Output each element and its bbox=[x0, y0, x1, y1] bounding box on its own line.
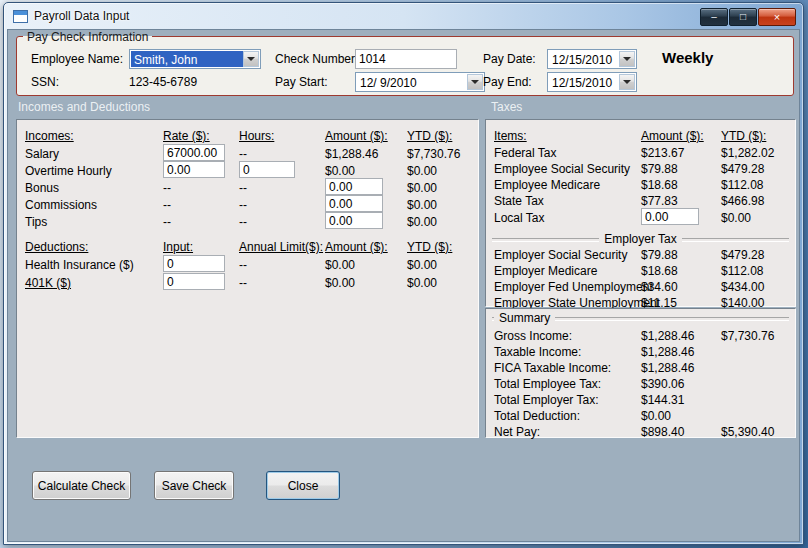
close-dialog-button[interactable]: Close bbox=[266, 471, 340, 500]
401k-amount: $0.00 bbox=[325, 276, 355, 290]
health-insurance-input[interactable] bbox=[163, 255, 225, 272]
tips-amount-input[interactable] bbox=[325, 212, 383, 229]
salary-ytd: $7,730.76 bbox=[407, 147, 460, 161]
summary-label-total-employee-tax: Total Employee Tax: bbox=[494, 377, 601, 391]
total-deduction-amount: $0.00 bbox=[641, 409, 671, 423]
employer-medicare-amount: $18.68 bbox=[641, 264, 678, 278]
amount-col-header: Amount ($): bbox=[325, 129, 388, 143]
tax-items-col-header: Items: bbox=[494, 129, 527, 143]
taxes-panel: Items: Amount ($): YTD ($): Federal Tax … bbox=[485, 119, 796, 307]
employer-fed-unemployment-amount: $34.60 bbox=[641, 280, 678, 294]
ssn-label: SSN: bbox=[31, 75, 59, 89]
local-tax-input[interactable] bbox=[641, 208, 699, 225]
pay-end-picker[interactable]: 12/15/2010 bbox=[547, 72, 637, 92]
deduction-label-health-insurance: Health Insurance ($) bbox=[25, 258, 134, 272]
federal-amount: $213.67 bbox=[641, 146, 684, 160]
window-title: Payroll Data Input bbox=[34, 9, 129, 23]
health-amount: $0.00 bbox=[325, 258, 355, 272]
window-controls: – □ × bbox=[700, 8, 796, 26]
pay-frequency-label: Weekly bbox=[662, 49, 713, 66]
summary-label-total-deduction: Total Deduction: bbox=[494, 409, 580, 423]
employee-medicare-amount: $18.68 bbox=[641, 178, 678, 192]
summary-label-fica: FICA Taxable Income: bbox=[494, 361, 611, 375]
employer-medicare-ytd: $112.08 bbox=[721, 264, 764, 278]
check-number-input[interactable] bbox=[355, 49, 457, 69]
minimize-icon: – bbox=[711, 12, 717, 22]
health-ytd: $0.00 bbox=[407, 258, 437, 272]
income-label-bonus: Bonus bbox=[25, 181, 59, 195]
bonus-amount-input[interactable] bbox=[325, 178, 383, 195]
net-pay-ytd: $5,390.40 bbox=[721, 425, 774, 439]
input-col-header: Input: bbox=[163, 240, 193, 254]
calculate-check-button[interactable]: Calculate Check bbox=[32, 471, 131, 500]
paycheck-group-title: Pay Check Information bbox=[23, 30, 152, 44]
tax-label-federal: Federal Tax bbox=[494, 146, 556, 160]
client-area: Pay Check Information Employee Name: Smi… bbox=[7, 29, 800, 542]
check-number-label: Check Number: bbox=[275, 52, 358, 66]
tax-label-local: Local Tax bbox=[494, 211, 544, 225]
desktop-background: Payroll Data Input – □ × Pay Check Infor… bbox=[0, 0, 808, 548]
employee-name-select[interactable]: Smith, John bbox=[129, 49, 261, 69]
summary-panel: Summary Gross Income: $1,288.46 $7,730.7… bbox=[485, 308, 796, 438]
employer-tax-title: Employer Tax bbox=[599, 232, 681, 246]
employee-name-label: Employee Name: bbox=[31, 52, 123, 66]
gross-ytd: $7,730.76 bbox=[721, 329, 774, 343]
bonus-ytd: $0.00 bbox=[407, 181, 437, 195]
401k-limit: -- bbox=[239, 276, 247, 290]
bonus-hours: -- bbox=[239, 181, 247, 195]
chevron-down-icon[interactable] bbox=[619, 74, 635, 90]
income-label-overtime: Overtime Hourly bbox=[25, 164, 112, 178]
close-window-button[interactable]: × bbox=[758, 8, 796, 26]
employer-tax-group-header: Employer Tax bbox=[492, 232, 789, 245]
net-pay-amount: $898.40 bbox=[641, 425, 684, 439]
maximize-icon: □ bbox=[740, 12, 746, 22]
tips-rate: -- bbox=[163, 215, 171, 229]
state-tax-ytd: $466.98 bbox=[721, 194, 764, 208]
ded-ytd-col-header: YTD ($): bbox=[407, 240, 452, 254]
employer-fed-unemployment-ytd: $434.00 bbox=[721, 280, 764, 294]
state-tax-amount: $77.83 bbox=[641, 194, 678, 208]
salary-hours: -- bbox=[239, 147, 247, 161]
tax-label-employer-fed-unemployment: Employer Fed Unemployment bbox=[494, 280, 653, 294]
tips-hours: -- bbox=[239, 215, 247, 229]
paycheck-info-group: Pay Check Information Employee Name: Smi… bbox=[16, 36, 794, 96]
summary-label-total-employer-tax: Total Employer Tax: bbox=[494, 393, 599, 407]
ytd-col-header: YTD ($): bbox=[407, 129, 452, 143]
deduction-label-401k-link[interactable]: 401K ($) bbox=[25, 276, 71, 290]
income-label-salary: Salary bbox=[25, 147, 59, 161]
overtime-hours-input[interactable] bbox=[239, 161, 295, 178]
employee-medicare-ytd: $112.08 bbox=[721, 178, 764, 192]
chevron-down-icon[interactable] bbox=[467, 74, 483, 90]
titlebar[interactable]: Payroll Data Input bbox=[4, 3, 803, 29]
overtime-rate-input[interactable] bbox=[163, 161, 225, 178]
summary-title: Summary bbox=[494, 311, 555, 325]
pay-start-picker[interactable]: 12/ 9/2010 bbox=[355, 72, 485, 92]
employer-ss-ytd: $479.28 bbox=[721, 248, 764, 262]
section-label-taxes: Taxes bbox=[491, 100, 522, 114]
salary-rate-input[interactable] bbox=[163, 144, 225, 161]
commissions-hours: -- bbox=[239, 198, 247, 212]
ded-amount-col-header: Amount ($): bbox=[325, 240, 388, 254]
save-check-button[interactable]: Save Check bbox=[154, 471, 234, 500]
minimize-button[interactable]: – bbox=[700, 8, 728, 26]
income-label-tips: Tips bbox=[25, 215, 47, 229]
chevron-down-icon[interactable] bbox=[619, 51, 635, 67]
salary-amount: $1,288.46 bbox=[325, 147, 378, 161]
tax-ytd-col-header: YTD ($): bbox=[721, 129, 766, 143]
tax-amount-col-header: Amount ($): bbox=[641, 129, 704, 143]
total-employee-tax-amount: $390.06 bbox=[641, 377, 684, 391]
taxable-amount: $1,288.46 bbox=[641, 345, 694, 359]
maximize-button[interactable]: □ bbox=[729, 8, 757, 26]
incomes-col-header: Incomes: bbox=[25, 129, 74, 143]
chevron-down-icon[interactable] bbox=[243, 51, 259, 67]
employee-name-value: Smith, John bbox=[131, 51, 243, 67]
gross-amount: $1,288.46 bbox=[641, 329, 694, 343]
pay-date-picker[interactable]: 12/15/2010 bbox=[547, 49, 637, 69]
health-limit: -- bbox=[239, 258, 247, 272]
401k-input[interactable] bbox=[163, 273, 225, 290]
commissions-amount-input[interactable] bbox=[325, 195, 383, 212]
close-icon: × bbox=[774, 12, 780, 23]
incomes-deductions-panel: Incomes: Rate ($): Hours: Amount ($): YT… bbox=[16, 119, 479, 438]
tax-label-employer-ss: Employer Social Security bbox=[494, 248, 627, 262]
tax-label-employer-medicare: Employer Medicare bbox=[494, 264, 597, 278]
